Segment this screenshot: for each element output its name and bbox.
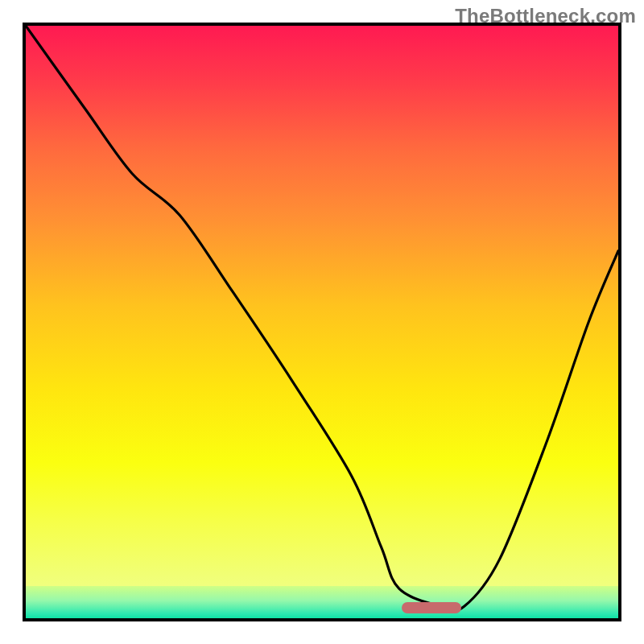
background-gradient-bottom [26, 586, 618, 618]
optimal-range-marker [402, 602, 461, 613]
background-gradient-main [26, 26, 618, 586]
chart-plot-area [23, 23, 621, 621]
